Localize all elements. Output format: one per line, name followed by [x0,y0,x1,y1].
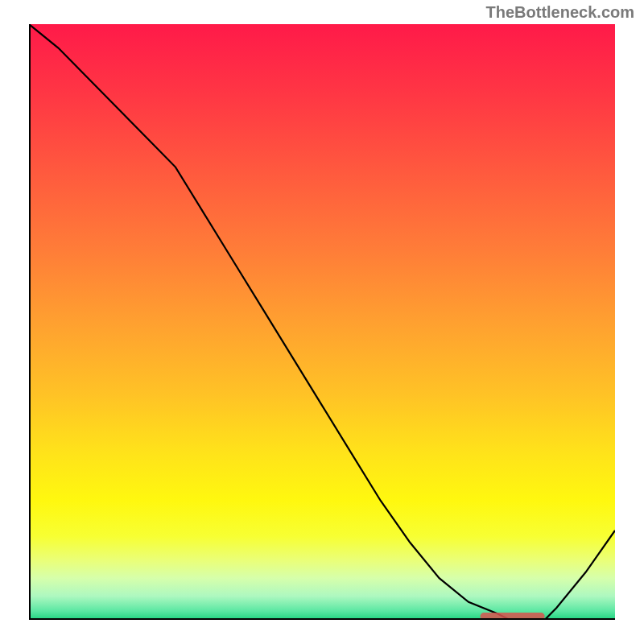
watermark-text: TheBottleneck.com [486,3,634,22]
chart-marker [481,613,545,620]
chart-canvas [29,24,615,620]
chart-background [29,24,615,620]
